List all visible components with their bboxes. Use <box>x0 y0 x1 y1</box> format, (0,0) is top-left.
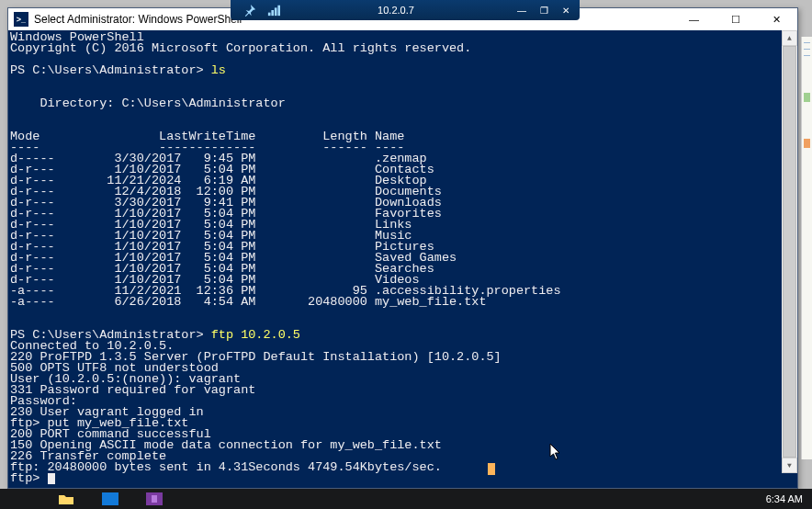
selection-cursor <box>488 463 495 475</box>
app-icon <box>146 492 163 505</box>
svg-rect-4 <box>102 492 118 505</box>
taskbar-clock[interactable]: 6:34 AM <box>766 493 812 504</box>
prompt-line: PS C:\Users\Administrator> ls <box>10 65 797 76</box>
listing-row: -a---- 6/26/2018 4:54 AM 20480000 my_web… <box>10 297 797 308</box>
svg-rect-0 <box>268 13 271 17</box>
blank-line <box>10 76 797 87</box>
rdp-minimize-button[interactable]: — <box>512 2 532 18</box>
folder-icon <box>58 492 74 505</box>
terminal-body[interactable]: Windows PowerShell Copyright (C) 2016 Mi… <box>8 30 797 488</box>
scroll-up-button[interactable]: ▲ <box>782 30 797 46</box>
svg-rect-6 <box>152 495 157 503</box>
directory-header: Directory: C:\Users\Administrator <box>10 98 797 109</box>
taskbar-item-app[interactable] <box>132 489 176 509</box>
blank-line <box>10 308 797 319</box>
blank-line <box>10 109 797 120</box>
text-cursor <box>48 473 55 484</box>
rdp-connection-bar: 10.2.0.7 — ❐ ✕ <box>231 0 580 20</box>
taskbar-item[interactable] <box>0 489 44 509</box>
signal-icon <box>267 4 280 17</box>
scrollbar-track[interactable] <box>782 46 797 458</box>
scrollbar-thumb[interactable] <box>783 46 796 458</box>
minimize-button[interactable]: — <box>673 8 715 30</box>
powershell-taskbar-icon <box>102 492 118 505</box>
taskbar[interactable]: 6:34 AM <box>0 489 812 509</box>
rdp-title: 10.2.0.7 <box>280 5 512 16</box>
ftp-output: ftp: 20480000 bytes sent in 4.31Seconds … <box>10 462 797 473</box>
rdp-restore-button[interactable]: ❐ <box>534 2 554 18</box>
pin-icon[interactable] <box>243 4 256 17</box>
taskbar-item-explorer[interactable] <box>44 489 88 509</box>
side-panel-fragment <box>801 37 812 459</box>
svg-rect-2 <box>275 7 277 16</box>
rdp-close-button[interactable]: ✕ <box>556 2 576 18</box>
ftp-prompt: ftp> <box>10 473 797 484</box>
taskbar-item-powershell[interactable] <box>88 489 132 509</box>
close-button[interactable]: ✕ <box>756 8 797 30</box>
ftp-output: 331 Password required for vagrant <box>10 385 797 396</box>
scroll-down-button[interactable]: ▼ <box>782 458 797 473</box>
vertical-scrollbar[interactable]: ▲ ▼ <box>782 30 797 473</box>
powershell-icon: >_ <box>14 12 28 27</box>
powershell-window: >_ Select Administrator: Windows PowerSh… <box>7 7 798 489</box>
banner-line: Copyright (C) 2016 Microsoft Corporation… <box>10 43 797 54</box>
maximize-button[interactable]: ☐ <box>715 8 756 30</box>
svg-rect-1 <box>271 10 274 16</box>
